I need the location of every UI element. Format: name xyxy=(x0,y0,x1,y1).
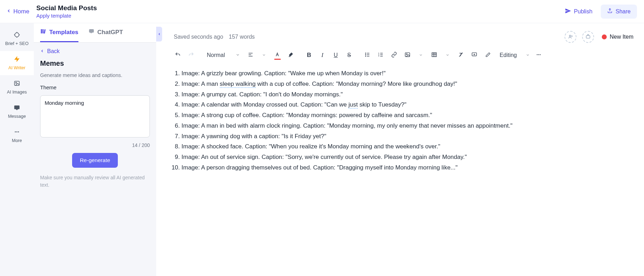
svg-rect-12 xyxy=(41,29,42,33)
redo-icon xyxy=(188,52,194,59)
section-description: Generate meme ideas and captions. xyxy=(40,72,150,78)
page-title: Social Media Posts xyxy=(36,4,97,12)
tab-templates[interactable]: Templates xyxy=(40,28,78,42)
svg-point-46 xyxy=(538,54,539,55)
clear-format-button[interactable] xyxy=(455,49,467,61)
ordered-list-icon: 123 xyxy=(378,52,384,59)
review-note: Make sure you manually review all AI gen… xyxy=(40,174,150,189)
rail-item-images[interactable]: AI Images xyxy=(0,75,34,100)
document-line[interactable]: Image: A calendar with Monday crossed ou… xyxy=(181,100,623,110)
bolt-icon xyxy=(14,56,20,63)
chevron-down-icon xyxy=(526,52,530,58)
align-left-icon xyxy=(248,52,254,59)
table-dropdown[interactable] xyxy=(442,49,454,61)
share-label: Share xyxy=(616,8,631,15)
title-block: Social Media Posts Apply template xyxy=(36,4,97,19)
document-line[interactable]: Image: A man sleep walking with a cup of… xyxy=(181,79,623,89)
highlight-icon xyxy=(288,52,294,59)
table-icon xyxy=(431,52,437,59)
image-icon xyxy=(404,52,410,59)
chevron-left-icon xyxy=(158,31,161,37)
image-dropdown[interactable] xyxy=(415,49,427,61)
document-line[interactable]: Image: A yawning dog with a caption: "Is… xyxy=(181,131,623,142)
undo-button[interactable] xyxy=(172,49,184,61)
document-line[interactable]: Image: A grumpy cat. Caption: "I don't d… xyxy=(181,89,623,100)
publish-label: Publish xyxy=(574,8,592,15)
user-plus-icon xyxy=(568,34,573,40)
align-button[interactable] xyxy=(245,49,257,61)
document-line[interactable]: Image: An out of service sign. Caption: … xyxy=(181,152,623,162)
back-link[interactable]: Back xyxy=(40,48,150,54)
collapse-panel-button[interactable] xyxy=(156,27,162,41)
document-line[interactable]: Image: A strong cup of coffee. Caption: … xyxy=(181,110,623,121)
pencil-icon xyxy=(485,52,491,59)
saved-status: Saved seconds ago xyxy=(174,34,223,40)
clear-format-icon xyxy=(458,52,464,59)
rail-label: More xyxy=(12,138,22,143)
schedule-button[interactable] xyxy=(582,31,594,43)
link-button[interactable] xyxy=(388,49,400,61)
status-dot-icon xyxy=(602,34,607,39)
bold-button[interactable]: B xyxy=(303,49,315,61)
redo-button[interactable] xyxy=(185,49,197,61)
bold-icon: B xyxy=(307,52,311,59)
comment-button[interactable] xyxy=(468,49,480,61)
rail-label: AI Images xyxy=(7,90,27,95)
tab-chatgpt[interactable]: ChatGPT xyxy=(88,28,123,42)
rail-item-more[interactable]: More xyxy=(0,124,34,148)
regenerate-button[interactable]: Re-generate xyxy=(72,153,118,168)
theme-label: Theme xyxy=(40,84,150,90)
books-icon xyxy=(40,28,46,36)
editor-area: Saved seconds ago 157 words New Item xyxy=(156,23,644,276)
target-icon xyxy=(14,32,20,39)
strikethrough-button[interactable]: S xyxy=(343,49,355,61)
svg-point-36 xyxy=(406,54,407,55)
document-line[interactable]: Image: A man in bed with alarm clock rin… xyxy=(181,121,623,131)
apply-template-link[interactable]: Apply template xyxy=(36,13,97,19)
italic-button[interactable]: I xyxy=(317,49,329,61)
add-collaborator-button[interactable] xyxy=(565,31,576,43)
status-pill[interactable]: New Item xyxy=(602,34,633,40)
document-line[interactable]: Image: A person dragging themselves out … xyxy=(181,162,623,173)
panel-tabs: Templates ChatGPT xyxy=(34,23,156,43)
align-dropdown[interactable] xyxy=(258,49,270,61)
underline-button[interactable]: U xyxy=(330,49,342,61)
ordered-list-button[interactable]: 123 xyxy=(375,49,387,61)
svg-rect-18 xyxy=(586,36,590,38)
document-line[interactable]: Image: A grizzly bear growling. Caption:… xyxy=(181,68,623,79)
bullet-list-button[interactable] xyxy=(362,49,374,61)
rail-label: AI Writer xyxy=(8,65,25,70)
highlight-button[interactable] xyxy=(285,49,297,61)
top-header: Home Social Media Posts Apply template P… xyxy=(0,0,644,23)
briefcase-icon xyxy=(585,34,591,40)
home-label: Home xyxy=(13,8,29,15)
publish-button[interactable]: Publish xyxy=(560,5,597,18)
svg-point-23 xyxy=(365,53,366,53)
editing-mode-select[interactable]: Editing xyxy=(484,52,531,59)
svg-point-10 xyxy=(17,131,18,133)
left-rail: Brief + SEO AI Writer AI Images Message … xyxy=(0,23,34,276)
text-color-button[interactable] xyxy=(272,49,283,61)
share-button[interactable]: Share xyxy=(601,5,637,19)
italic-icon: I xyxy=(321,52,324,59)
rail-item-writer[interactable]: AI Writer xyxy=(0,51,34,75)
rail-item-brief[interactable]: Brief + SEO xyxy=(0,27,34,51)
more-icon xyxy=(536,52,542,59)
format-label: Normal xyxy=(207,52,225,58)
message-icon xyxy=(14,104,20,112)
char-count: 14 / 200 xyxy=(40,142,150,148)
theme-input[interactable] xyxy=(40,95,150,137)
image-icon xyxy=(14,80,20,88)
svg-point-1 xyxy=(15,33,19,37)
paragraph-format-select[interactable]: Normal xyxy=(203,50,243,60)
rail-item-message[interactable]: Message xyxy=(0,100,34,124)
image-button[interactable] xyxy=(402,49,414,61)
home-link[interactable]: Home xyxy=(6,8,36,15)
chevron-left-icon xyxy=(40,48,44,54)
table-button[interactable] xyxy=(428,49,440,61)
more-icon xyxy=(14,129,20,136)
svg-text:3: 3 xyxy=(378,55,379,57)
document-content[interactable]: Image: A grizzly bear growling. Caption:… xyxy=(156,66,644,187)
more-toolbar-button[interactable] xyxy=(533,49,544,61)
document-line[interactable]: Image: A shocked face. Caption: "When yo… xyxy=(181,141,623,152)
